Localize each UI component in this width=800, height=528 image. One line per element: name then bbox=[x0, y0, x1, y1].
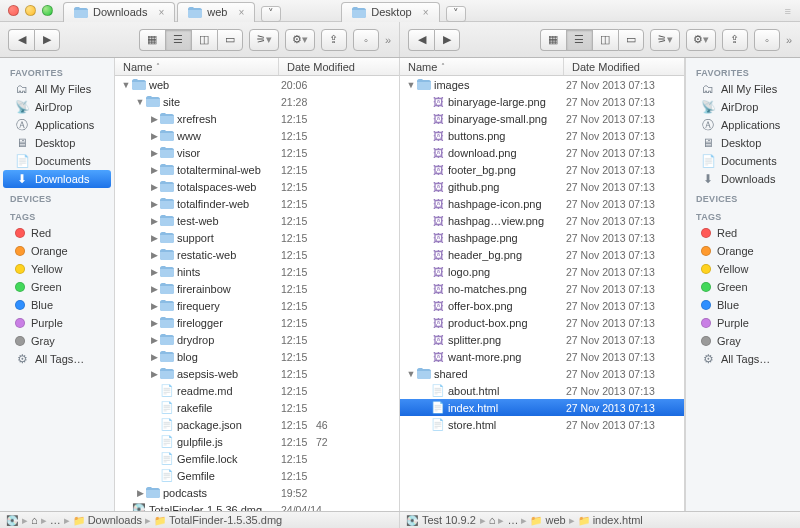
file-row[interactable]: 🖼want-more.png27 Nov 2013 07:13 bbox=[400, 348, 684, 365]
crumb-seg[interactable]: index.html bbox=[593, 514, 643, 526]
file-row[interactable]: ▶hints12:15 bbox=[115, 263, 399, 280]
disclosure-triangle-icon[interactable]: ▶ bbox=[149, 267, 159, 277]
disclosure-triangle-icon[interactable]: ▶ bbox=[149, 335, 159, 345]
disclosure-triangle-icon[interactable]: ▶ bbox=[135, 488, 145, 498]
view-coverflow-button-r[interactable]: ▭ bbox=[618, 29, 644, 51]
sidebar-tag-gray[interactable]: Gray bbox=[689, 332, 797, 350]
file-row[interactable]: 📄Gemfile.lock12:15 bbox=[115, 450, 399, 467]
disclosure-triangle-icon[interactable]: ▶ bbox=[149, 114, 159, 124]
arrange-button[interactable]: ⚞ ▾ bbox=[249, 29, 279, 51]
share-button[interactable]: ⇪ bbox=[321, 29, 347, 51]
sidebar-tag-purple[interactable]: Purple bbox=[3, 314, 111, 332]
disclosure-triangle-icon[interactable]: ▶ bbox=[149, 131, 159, 141]
file-row[interactable]: 💽TotalFinder-1.5.36.dmg24/04/14 bbox=[115, 501, 399, 511]
sidebar-item-applications[interactable]: ⒶApplications bbox=[3, 116, 111, 134]
file-row[interactable]: 🖼binaryage-small.png27 Nov 2013 07:13 bbox=[400, 110, 684, 127]
sidebar-item-applications[interactable]: ⒶApplications bbox=[689, 116, 797, 134]
view-list-button-r[interactable]: ☰ bbox=[566, 29, 592, 51]
sidebar-tag-all tags…[interactable]: ⚙All Tags… bbox=[689, 350, 797, 368]
forward-button[interactable]: ▶ bbox=[34, 29, 60, 51]
disclosure-triangle-icon[interactable]: ▶ bbox=[149, 301, 159, 311]
path-breadcrumb-left[interactable]: ▸⌂▸…▸📁Downloads▸📁TotalFinder-1.5.35.dmg bbox=[22, 514, 282, 527]
file-list-left[interactable]: ▼web20:06▼site21:28▶xrefresh12:15▶www12:… bbox=[115, 76, 399, 511]
sidebar-tag-orange[interactable]: Orange bbox=[689, 242, 797, 260]
file-row[interactable]: ▶blog12:15 bbox=[115, 348, 399, 365]
tags-button-r[interactable]: ◦ bbox=[754, 29, 780, 51]
sidebar-item-desktop[interactable]: 🖥Desktop bbox=[3, 134, 111, 152]
path-breadcrumb-right[interactable]: ▸⌂▸…▸📁web▸📁index.html bbox=[480, 514, 643, 527]
file-row[interactable]: 📄package.json12:15 46 bbox=[115, 416, 399, 433]
sidebar-tag-green[interactable]: Green bbox=[689, 278, 797, 296]
file-row[interactable]: 🖼download.png27 Nov 2013 07:13 bbox=[400, 144, 684, 161]
file-row[interactable]: 📄index.html27 Nov 2013 07:13 bbox=[400, 399, 684, 416]
close-window-button[interactable] bbox=[8, 5, 19, 16]
file-row[interactable]: 🖼buttons.png27 Nov 2013 07:13 bbox=[400, 127, 684, 144]
sidebar-item-downloads[interactable]: ⬇Downloads bbox=[689, 170, 797, 188]
file-row[interactable]: ▼images27 Nov 2013 07:13 bbox=[400, 76, 684, 93]
disclosure-triangle-icon[interactable]: ▶ bbox=[149, 318, 159, 328]
sidebar-tag-blue[interactable]: Blue bbox=[689, 296, 797, 314]
column-date-r[interactable]: Date Modified bbox=[564, 58, 684, 75]
sidebar-item-airdrop[interactable]: 📡AirDrop bbox=[3, 98, 111, 116]
minimize-window-button[interactable] bbox=[25, 5, 36, 16]
sidebar-tag-gray[interactable]: Gray bbox=[3, 332, 111, 350]
share-button-r[interactable]: ⇪ bbox=[722, 29, 748, 51]
file-row[interactable]: 🖼hashpage-icon.png27 Nov 2013 07:13 bbox=[400, 195, 684, 212]
file-row[interactable]: ▶totalspaces-web12:15 bbox=[115, 178, 399, 195]
file-row[interactable]: ▶support12:15 bbox=[115, 229, 399, 246]
file-row[interactable]: 🖼product-box.png27 Nov 2013 07:13 bbox=[400, 314, 684, 331]
column-name-r[interactable]: Name˄ bbox=[400, 58, 564, 75]
file-row[interactable]: ▶www12:15 bbox=[115, 127, 399, 144]
disclosure-triangle-icon[interactable]: ▶ bbox=[149, 216, 159, 226]
toolbar-overflow-right[interactable]: » bbox=[786, 34, 792, 46]
disclosure-triangle-icon[interactable]: ▶ bbox=[149, 369, 159, 379]
sidebar-tag-purple[interactable]: Purple bbox=[689, 314, 797, 332]
file-row[interactable]: 🖼footer_bg.png27 Nov 2013 07:13 bbox=[400, 161, 684, 178]
zoom-window-button[interactable] bbox=[42, 5, 53, 16]
forward-button-r[interactable]: ▶ bbox=[434, 29, 460, 51]
crumb-seg[interactable]: ⌂ bbox=[31, 514, 38, 526]
disclosure-triangle-icon[interactable]: ▶ bbox=[149, 165, 159, 175]
crumb-seg[interactable]: web bbox=[545, 514, 565, 526]
view-icons-button-r[interactable]: ▦ bbox=[540, 29, 566, 51]
view-icons-button[interactable]: ▦ bbox=[139, 29, 165, 51]
sidebar-tag-blue[interactable]: Blue bbox=[3, 296, 111, 314]
new-tab-button[interactable]: ˅ bbox=[446, 6, 466, 22]
file-row[interactable]: ▶podcasts19:52 bbox=[115, 484, 399, 501]
file-row[interactable]: ▶visor12:15 bbox=[115, 144, 399, 161]
crumb-seg[interactable]: ⌂ bbox=[489, 514, 496, 526]
file-row[interactable]: 🖼binaryage-large.png27 Nov 2013 07:13 bbox=[400, 93, 684, 110]
disclosure-triangle-icon[interactable]: ▶ bbox=[149, 148, 159, 158]
view-columns-button[interactable]: ◫ bbox=[191, 29, 217, 51]
file-list-right[interactable]: ▼images27 Nov 2013 07:13🖼binaryage-large… bbox=[400, 76, 684, 511]
file-row[interactable]: ▶firequery12:15 bbox=[115, 297, 399, 314]
action-button[interactable]: ⚙ ▾ bbox=[285, 29, 315, 51]
close-tab-icon[interactable]: × bbox=[423, 7, 429, 18]
view-columns-button-r[interactable]: ◫ bbox=[592, 29, 618, 51]
file-row[interactable]: 🖼header_bg.png27 Nov 2013 07:13 bbox=[400, 246, 684, 263]
file-row[interactable]: 🖼splitter.png27 Nov 2013 07:13 bbox=[400, 331, 684, 348]
disclosure-triangle-icon[interactable]: ▶ bbox=[149, 284, 159, 294]
action-button-r[interactable]: ⚙ ▾ bbox=[686, 29, 716, 51]
disclosure-triangle-icon[interactable]: ▶ bbox=[149, 250, 159, 260]
tags-button[interactable]: ◦ bbox=[353, 29, 379, 51]
disclosure-triangle-icon[interactable]: ▼ bbox=[406, 80, 416, 90]
toolbar-overflow-left[interactable]: » bbox=[385, 34, 391, 46]
crumb-seg[interactable]: Downloads bbox=[88, 514, 142, 526]
file-row[interactable]: ▼shared27 Nov 2013 07:13 bbox=[400, 365, 684, 382]
sidebar-item-downloads[interactable]: ⬇Downloads bbox=[3, 170, 111, 188]
file-row[interactable]: ▼web20:06 bbox=[115, 76, 399, 93]
sidebar-item-documents[interactable]: 📄Documents bbox=[3, 152, 111, 170]
window-tab[interactable]: Desktop× bbox=[341, 2, 439, 22]
sidebar-tag-orange[interactable]: Orange bbox=[3, 242, 111, 260]
file-row[interactable]: ▶restatic-web12:15 bbox=[115, 246, 399, 263]
new-tab-button[interactable]: ˅ bbox=[261, 6, 281, 22]
file-row[interactable]: ▶test-web12:15 bbox=[115, 212, 399, 229]
sidebar-tag-yellow[interactable]: Yellow bbox=[3, 260, 111, 278]
file-row[interactable]: 📄rakefile12:15 bbox=[115, 399, 399, 416]
file-row[interactable]: ▶totalfinder-web12:15 bbox=[115, 195, 399, 212]
column-name[interactable]: Name˄ bbox=[115, 58, 279, 75]
file-row[interactable]: 🖼hashpag…view.png27 Nov 2013 07:13 bbox=[400, 212, 684, 229]
file-row[interactable]: 📄store.html27 Nov 2013 07:13 bbox=[400, 416, 684, 433]
disclosure-triangle-icon[interactable]: ▶ bbox=[149, 199, 159, 209]
